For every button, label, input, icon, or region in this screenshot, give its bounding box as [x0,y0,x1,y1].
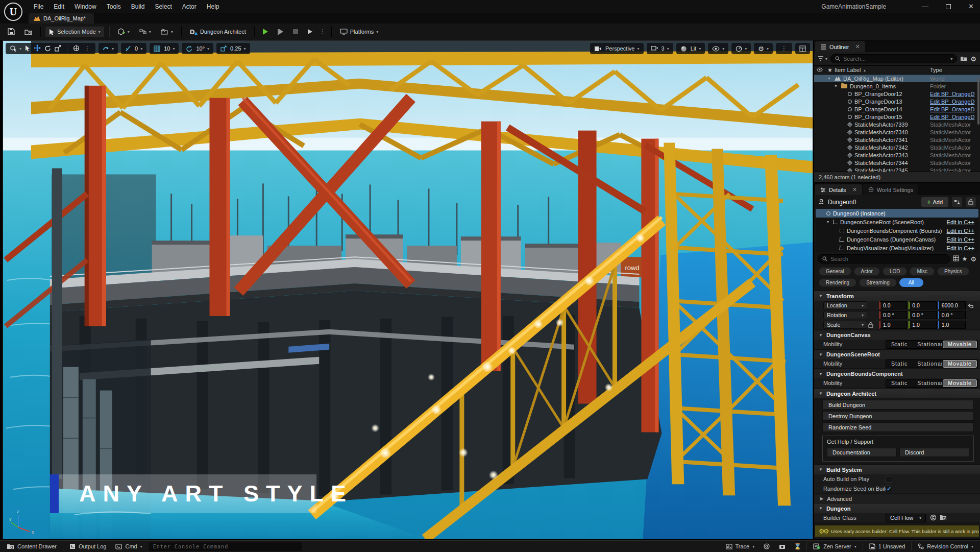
outliner-row[interactable]: ▾ StaticMeshActor7341 StaticMeshActor [814,136,980,143]
viewport[interactable]: rowd [3,40,813,539]
performance-dropdown[interactable]: ▾ [731,43,751,54]
documentation-button[interactable]: Documentation [827,448,897,457]
section-dungeon[interactable]: ▼Dungeon [814,503,980,513]
tab-outliner[interactable]: Outliner✕ [815,41,865,52]
display-options-button[interactable] [953,255,959,262]
menu-item[interactable]: File [29,2,48,11]
content-drawer-button[interactable]: Content Drawer [4,543,60,549]
close-icon[interactable]: ✕ [852,186,857,193]
section-dungeon-architect[interactable]: ▼Dungeon Architect [814,388,980,398]
outliner-row[interactable]: ▾ DA_OilRig_Map (Editor) World [814,75,980,82]
filter-chip[interactable]: General [819,267,851,276]
save-button[interactable] [4,26,18,37]
camera-speed-dropdown[interactable]: 3▾ [647,43,673,54]
component-section-header[interactable]: ▼DungeonBoundsComponent [814,369,980,378]
edit-in-cpp-link[interactable]: Edit in C++ [947,245,974,251]
value-z[interactable]: 6000.0 [938,301,966,309]
cinematics-dropdown[interactable]: ▾ [157,27,177,37]
frame-skip-button[interactable] [274,27,287,37]
value-z[interactable]: 1.0 [938,321,966,329]
maximize-viewport-button[interactable] [795,43,810,54]
outliner-scrollbar[interactable] [977,78,979,125]
edit-in-cpp-link[interactable]: Edit in C++ [947,228,974,234]
use-selected-asset-button[interactable] [930,514,937,522]
blueprints-dropdown[interactable]: ▾ [136,27,155,37]
axis-space-dropdown[interactable]: Rotation▾ [823,311,867,319]
maximize-button[interactable] [946,4,951,9]
value-y[interactable]: 0.0 [909,301,936,309]
close-button[interactable]: ✕ [968,3,974,10]
blueprint-hierarchy-button[interactable] [952,197,962,207]
component-section-header[interactable]: ▼DungeonCanvas [814,330,980,340]
output-log-button[interactable]: Output Log [66,543,109,549]
disc-button[interactable]: Discord [899,448,969,457]
tab-details[interactable]: Details✕ [815,184,862,195]
randomize-seed-checkbox[interactable]: ✓ [886,486,892,492]
filter-chip[interactable]: Physics [937,267,969,276]
unsaved-indicator[interactable]: * 1 Unsaved [866,543,909,549]
transform-tool-dropdown[interactable] [10,45,17,53]
axis-space-dropdown[interactable]: Location▾ [823,301,867,309]
viewport-options-dots[interactable]: ⋮ [776,43,792,54]
mobility-static[interactable]: Static [887,361,912,367]
filter-chip[interactable]: Actor [854,267,880,276]
scale-lock-icon[interactable] [867,322,874,328]
outliner-row[interactable]: ▾ StaticMeshActor7344 StaticMeshActor [814,159,980,166]
mobility-movable[interactable]: Movable [943,379,977,387]
add-actor-dropdown[interactable]: ▾ [114,26,133,37]
perspective-dropdown[interactable]: Perspective▾ [590,43,644,54]
tab-world-settings[interactable]: World Settings [863,184,918,195]
outliner-row[interactable]: ▾ StaticMeshActor7340 StaticMeshActor [814,128,980,136]
rotate-tool[interactable] [44,45,51,53]
browse-asset-button[interactable] [940,514,947,521]
outliner-row[interactable]: ▾ BP_OrangeDoor13 Edit BP_OrangeD [814,98,980,105]
menu-item[interactable]: Actor [177,2,202,11]
advanced-expander[interactable]: ▶Advanced [814,494,980,503]
section-build-system[interactable]: ▼Build System [814,464,980,474]
trace-dropdown[interactable]: Trace▾ [723,543,758,549]
axis-space-dropdown[interactable]: Scale▾ [823,321,867,329]
menu-item[interactable]: Help [202,2,225,11]
select-tool[interactable] [25,45,30,53]
filter-chip[interactable]: All [899,278,923,287]
minimize-button[interactable]: — [922,3,928,10]
filter-chip[interactable]: Misc [910,267,935,276]
outliner-row[interactable]: ▾ BP_OrangeDoor12 Edit BP_OrangeD [814,90,980,98]
builder-class-dropdown[interactable]: Cell Flow▾ [886,514,926,522]
mobility-static[interactable]: Static [887,380,912,386]
move-tool[interactable] [34,44,41,53]
outliner-row[interactable]: ▾ BP_OrangeDoor14 Edit BP_OrangeD [814,105,980,113]
mobility-static[interactable]: Static [887,341,912,347]
outliner-row[interactable]: ▾ StaticMeshActor7339 StaticMeshActor [814,121,980,128]
eject-button[interactable] [304,27,316,36]
value-y[interactable]: 0.0 ° [909,311,936,319]
show-flags-dropdown[interactable]: ▾ [708,43,728,54]
screenshot-button[interactable] [776,544,789,549]
insights-button[interactable] [761,543,773,549]
component-row[interactable]: ▾ DungeonSceneRoot (SceneRoot) Edit in C… [816,218,978,226]
outliner-row[interactable]: ▾ BP_OrangeDoor15 Edit BP_OrangeD [814,113,980,121]
section-transform[interactable]: ▼Transform [814,291,980,301]
details-settings-button[interactable]: ⚙ [970,255,976,263]
value-z[interactable]: 0.0 ° [938,311,966,319]
selection-mode-dropdown[interactable]: Selection Mode▾ [45,27,104,37]
menu-item[interactable]: Edit [48,2,69,11]
filter-chip[interactable]: Streaming [859,278,897,287]
mobility-stationary[interactable]: Stationary [913,341,942,347]
snap-angle-dropdown[interactable]: 0▾ [121,43,146,54]
revision-control-dropdown[interactable]: Revision Control▾ [915,543,976,549]
dungeon-architect-button[interactable]: D Dungeon Architect [186,26,250,37]
edit-in-cpp-link[interactable]: Edit in C++ [947,219,974,225]
value-x[interactable]: 1.0 [879,321,907,329]
edit-in-cpp-link[interactable]: Edit in C++ [947,236,974,243]
component-row[interactable]: ▾ DungeonCanvas (DungeonCanvas) Edit in … [816,235,978,244]
outliner-filter-dropdown[interactable]: ▾ [818,56,827,61]
lit-mode-dropdown[interactable]: Lit▾ [676,43,705,54]
component-section-header[interactable]: ▼DungeonSceneRoot [814,349,980,359]
cmd-dropdown[interactable]: Cmd▾ [112,543,145,549]
reset-to-default-button[interactable] [966,303,975,308]
console-command-input[interactable]: Enter Console Command [149,542,302,551]
dungeon-action-button[interactable]: Randomize Seed [822,422,974,432]
scale-tool[interactable] [55,45,61,53]
auto-build-checkbox[interactable] [886,476,892,483]
